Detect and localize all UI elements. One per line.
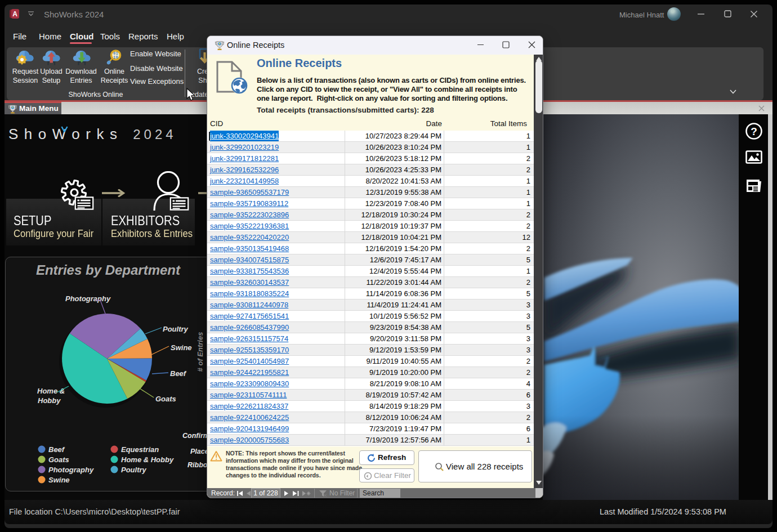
svg-text:Goats: Goats: [48, 455, 69, 464]
svg-text:Photography: Photography: [65, 294, 111, 303]
svg-text:Goats: Goats: [155, 395, 176, 403]
svg-text:Photography: Photography: [48, 466, 94, 474]
svg-text:Hobby: Hobby: [38, 396, 61, 405]
svg-text:10: 10: [113, 55, 118, 60]
svg-text:Swine: Swine: [48, 476, 70, 484]
svg-text:Equestrian: Equestrian: [121, 445, 159, 454]
svg-text:A: A: [12, 10, 17, 18]
svg-text:?: ?: [751, 126, 757, 137]
svg-text:# of Entries: # of Entries: [196, 332, 204, 372]
svg-text:Poultry: Poultry: [163, 325, 189, 333]
svg-text:Swine: Swine: [171, 343, 192, 352]
svg-text:Beef: Beef: [170, 369, 187, 378]
svg-text:Entries by Department: Entries by Department: [36, 262, 181, 278]
svg-text:Beef: Beef: [48, 445, 65, 454]
svg-text:Home & Hobby: Home & Hobby: [121, 455, 174, 464]
svg-text:Home &: Home &: [37, 387, 65, 395]
svg-text:Poultry: Poultry: [121, 466, 147, 474]
